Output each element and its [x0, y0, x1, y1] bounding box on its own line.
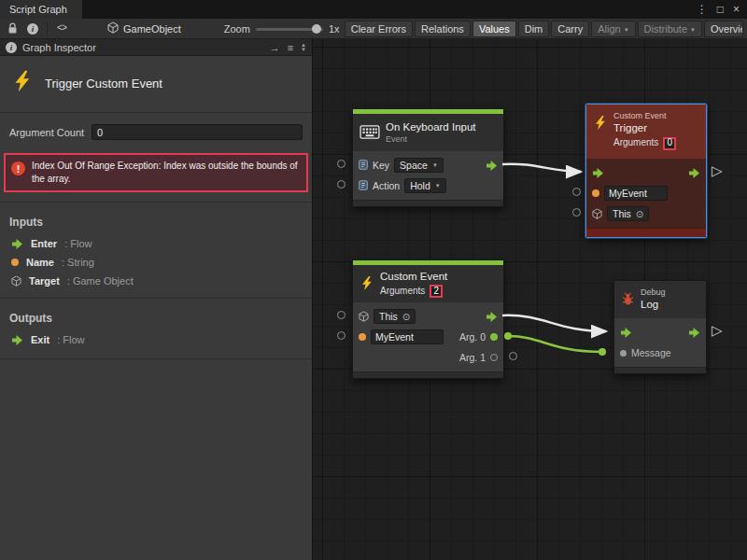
tab-script-graph[interactable]: Script Graph: [0, 0, 82, 19]
align-label: Align: [598, 23, 620, 35]
keyboard-key-outer-port[interactable]: [337, 160, 345, 168]
customevent-target-outer-port[interactable]: [337, 311, 345, 319]
object-picker-icon: ⊙: [636, 209, 643, 219]
tab-bar: Script Graph ⋮ □ ×: [0, 0, 747, 19]
lock-icon[interactable]: [4, 21, 21, 37]
node-header: On Keyboard Input Event: [353, 114, 503, 151]
flow-output-port[interactable]: [486, 312, 498, 322]
zoom-slider[interactable]: [256, 22, 323, 35]
distribute-label: Distribute: [644, 23, 687, 35]
node-body: Key Space ▼ Action Hold ▼: [353, 151, 503, 200]
carry-button[interactable]: Carry: [551, 21, 589, 37]
node-body: Message: [614, 318, 706, 367]
down-arrow-icon: ▼: [301, 48, 306, 52]
node-debug-log[interactable]: Debug Log Message: [613, 280, 707, 374]
action-label: Action: [373, 180, 400, 191]
dim-button[interactable]: Dim: [518, 21, 550, 37]
wire-keyboard-to-trigger[interactable]: [502, 164, 581, 172]
wire-arg0-to-message[interactable]: [508, 336, 602, 352]
maximize-icon[interactable]: □: [717, 3, 724, 16]
flow-input-port[interactable]: [620, 328, 632, 338]
argument-count-input[interactable]: [92, 124, 303, 140]
event-name-input[interactable]: [604, 186, 668, 201]
kebab-menu-icon[interactable]: ⋮: [697, 3, 708, 16]
node-body: This ⊙: [586, 159, 706, 228]
key-label: Key: [373, 160, 389, 171]
inspector-title: Trigger Custom Event: [45, 77, 162, 91]
key-row: Key Space ▼: [353, 155, 503, 175]
toolbar-buttons: Clear Errors Relations Values Dim Carry …: [345, 21, 743, 37]
values-button[interactable]: Values: [472, 21, 516, 37]
node-trigger-custom-event[interactable]: Custom Event Trigger Arguments 0: [585, 104, 707, 238]
message-port[interactable]: [620, 350, 627, 357]
graph-inspector-panel: i Graph Inspector → ≡ ▲ ▼ Trigger Custom…: [0, 39, 313, 560]
close-icon[interactable]: ×: [733, 3, 740, 16]
cube-icon[interactable]: [359, 311, 369, 322]
output-port-row-exit: Exit : Flow: [0, 330, 312, 349]
node-footer: [586, 228, 706, 237]
arguments-label: Arguments: [613, 137, 658, 149]
arguments-count-badge: 2: [430, 285, 443, 298]
customevent-name-outer-port[interactable]: [337, 331, 345, 340]
port-name: Enter: [31, 238, 57, 249]
flow-output-port[interactable]: [486, 161, 498, 171]
cube-icon[interactable]: [592, 208, 602, 219]
arguments-line: Arguments 0: [613, 137, 676, 150]
node-custom-event[interactable]: Custom Event Arguments 2 This ⊙: [352, 259, 504, 379]
event-name-row: Arg. 0: [353, 327, 503, 347]
flow-output-port[interactable]: [688, 328, 700, 338]
arg0-label: Arg. 0: [459, 331, 486, 343]
target-dropdown[interactable]: This ⊙: [374, 309, 416, 324]
window-controls: ⋮ □ ×: [697, 0, 747, 19]
menu-icon[interactable]: ≡: [288, 42, 293, 53]
flow-row: [614, 322, 706, 343]
input-port-row-enter: Enter : Flow: [0, 234, 312, 253]
trigger-target-outer-port[interactable]: [572, 208, 581, 217]
cube-icon: [11, 275, 21, 287]
action-dropdown[interactable]: Hold ▼: [404, 178, 446, 193]
align-button[interactable]: Align▼: [591, 21, 635, 37]
debug-continue-icon: ▷: [712, 322, 723, 339]
arg1-port[interactable]: [490, 354, 498, 361]
argument-count-label: Argument Count: [9, 127, 92, 138]
flow-arrow-icon: [11, 335, 23, 345]
info-icon[interactable]: i: [24, 21, 41, 37]
node-header: Custom Event Trigger Arguments 0: [586, 105, 706, 159]
string-port-icon[interactable]: [592, 189, 599, 197]
clear-errors-button[interactable]: Clear Errors: [345, 21, 413, 37]
distribute-button[interactable]: Distribute▼: [638, 21, 702, 37]
action-value: Hold: [410, 180, 430, 191]
inspector-header: i Graph Inspector → ≡ ▲ ▼: [0, 39, 312, 56]
zoom-slider-knob[interactable]: [312, 24, 321, 34]
collapse-arrows-icon[interactable]: ▲ ▼: [301, 43, 306, 52]
arg0-port[interactable]: [490, 333, 498, 341]
target-dropdown[interactable]: This ⊙: [607, 206, 649, 221]
string-port-icon[interactable]: [359, 333, 366, 341]
overview-button[interactable]: Overview: [704, 21, 743, 37]
graph-canvas[interactable]: On Keyboard Input Event Key Space ▼: [313, 39, 747, 560]
arg0-wire-dot[interactable]: [504, 332, 512, 340]
chevron-down-icon: ▼: [435, 183, 441, 189]
trigger-name-outer-port[interactable]: [572, 188, 581, 196]
error-box: ! Index Out Of Range Exception: Index wa…: [4, 153, 308, 192]
port-type: : Flow: [64, 238, 92, 249]
key-dropdown[interactable]: Space ▼: [394, 158, 444, 173]
node-body: This ⊙ Arg. 0 Arg. 1: [353, 302, 503, 371]
arg1-outer-port[interactable]: [509, 352, 517, 360]
code-view-icon[interactable]: <>: [53, 21, 70, 37]
node-on-keyboard-input[interactable]: On Keyboard Input Event Key Space ▼: [352, 108, 504, 207]
flow-input-port[interactable]: [592, 168, 604, 178]
relations-button[interactable]: Relations: [415, 21, 471, 37]
chevron-down-icon: ▼: [690, 27, 696, 33]
bug-icon: [621, 292, 635, 308]
flow-output-port[interactable]: [688, 168, 700, 178]
inputs-section-label: Inputs: [0, 202, 312, 234]
node-kind: Debug: [641, 287, 666, 298]
keyboard-action-outer-port[interactable]: [337, 180, 345, 189]
wire-customevent-to-debug[interactable]: [502, 315, 606, 331]
dock-icon[interactable]: →: [270, 42, 280, 53]
message-wire-dot[interactable]: [599, 348, 606, 356]
gameobject-chip[interactable]: GameObject: [107, 21, 181, 35]
event-name-input[interactable]: [371, 329, 444, 344]
inspector-header-icons: → ≡ ▲ ▼: [270, 42, 306, 53]
